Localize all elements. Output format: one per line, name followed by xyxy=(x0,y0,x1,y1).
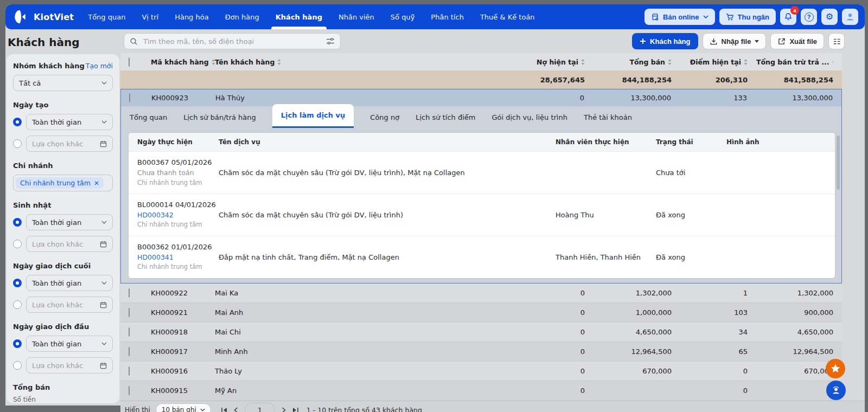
radio-selected[interactable] xyxy=(13,339,22,348)
customer-row[interactable]: KH000917 Minh Anh 0 12,964,500 65 12,964… xyxy=(120,342,842,362)
detail-tab[interactable]: Lịch sử bán/trả hàng xyxy=(183,106,256,128)
brand[interactable]: KiotViet xyxy=(14,9,74,24)
radio-unselected[interactable] xyxy=(13,300,22,309)
column-header[interactable]: Nợ hiện tại xyxy=(512,58,585,66)
profile-button[interactable] xyxy=(842,9,858,25)
row-checkbox[interactable] xyxy=(129,308,130,317)
nav-item[interactable]: Hàng hóa xyxy=(175,4,209,29)
column-header[interactable]: Mã khách hàng xyxy=(151,58,215,66)
service-name: Đắp mặt nạ tinh chất, Trang điểm, Mặt nạ… xyxy=(219,253,556,261)
prev-page-button[interactable] xyxy=(234,407,238,412)
radio-selected[interactable] xyxy=(13,218,22,227)
sort-icon[interactable] xyxy=(744,59,748,65)
time-range-select[interactable]: Toàn thời gian xyxy=(26,214,113,230)
page-size-select[interactable]: 10 bản ghi xyxy=(156,403,211,412)
radio-unselected[interactable] xyxy=(13,240,22,248)
nav-item[interactable]: Tổng quan xyxy=(88,4,125,29)
column-header[interactable]: Tổng bán xyxy=(593,58,672,66)
detail-tab[interactable]: Thẻ tài khoản xyxy=(584,106,632,128)
column-header[interactable]: Điểm hiện tại xyxy=(680,58,748,66)
nav-item[interactable]: Khách hàng xyxy=(276,4,322,29)
nav-item[interactable]: Sổ quỹ xyxy=(391,4,415,29)
radio-unselected[interactable] xyxy=(13,361,22,370)
detail-tab[interactable]: Lịch sử tích điểm xyxy=(416,106,475,128)
customer-row[interactable]: KH000915 Mỹ An 0 0 xyxy=(120,381,842,401)
row-checkbox[interactable] xyxy=(129,327,130,337)
service-doc-ref[interactable]: HD000342 xyxy=(137,210,219,221)
row-checkbox[interactable] xyxy=(129,347,130,356)
select-all-checkbox[interactable] xyxy=(129,57,130,67)
customer-row[interactable]: KH000918 Mai Chi 0 4,650,000 34 4,650,00… xyxy=(120,323,842,342)
selected-customer-row[interactable]: KH000923 Hà Thủy 0 13,300,000 133 13,300… xyxy=(121,89,841,106)
notifications-button[interactable]: 4 xyxy=(780,9,796,25)
time-range-select[interactable]: Toàn thời gian xyxy=(26,114,113,130)
sort-icon[interactable] xyxy=(277,59,281,65)
customer-net: 4,650,000 xyxy=(756,328,842,336)
radio-selected[interactable] xyxy=(13,279,22,287)
nav-item[interactable]: Nhân viên xyxy=(339,4,374,29)
detail-tab[interactable]: Công nợ xyxy=(370,106,399,128)
custom-date-input[interactable]: Lựa chọn khác xyxy=(26,297,113,313)
sort-icon[interactable] xyxy=(581,59,585,65)
custom-date-input[interactable]: Lựa chọn khác xyxy=(26,236,113,252)
custom-date-input[interactable]: Lựa chọn khác xyxy=(26,136,113,152)
column-header[interactable]: Tên khách hàng xyxy=(215,58,281,66)
page-number-input[interactable] xyxy=(245,403,275,412)
service-row[interactable]: B000362 01/01/2026 HD000341 Chi nhánh tr… xyxy=(129,236,835,278)
pagination-bar: Hiển thị 10 bản ghi xyxy=(120,401,865,412)
time-range-select[interactable]: Toàn thời gian xyxy=(26,275,113,291)
service-status: Đã xong xyxy=(656,211,726,219)
service-doc-ref[interactable]: HD000341 xyxy=(137,253,219,263)
support-fab-button[interactable] xyxy=(826,381,846,400)
detail-tab[interactable]: Gói dịch vụ, liệu trình xyxy=(492,106,567,128)
row-checkbox[interactable] xyxy=(129,366,130,376)
column-settings-button[interactable] xyxy=(828,33,845,49)
branch-chip[interactable]: Chi nhánh trung tâm ✕ xyxy=(16,177,104,189)
radio-unselected[interactable] xyxy=(13,139,22,148)
sort-icon[interactable] xyxy=(668,59,672,65)
customer-row[interactable]: KH000916 Thảo Ly 0 670,000 0 670,000 xyxy=(120,362,842,381)
row-checkbox[interactable] xyxy=(129,288,130,298)
thu-ngan-button[interactable]: Thu ngân xyxy=(719,9,776,25)
customer-group-select[interactable]: Tất cả xyxy=(13,75,113,91)
nav-item[interactable]: Vị trí xyxy=(142,4,158,29)
detail-tab[interactable]: Lịch làm dịch vụ xyxy=(272,104,354,128)
cart-icon xyxy=(726,13,734,21)
settings-button[interactable]: ⚙ xyxy=(821,9,838,25)
last-page-button[interactable] xyxy=(292,407,299,412)
customer-name: Thảo Ly xyxy=(208,367,512,375)
next-page-button[interactable] xyxy=(282,407,286,412)
service-doc-ref[interactable]: Chưa thanh toán xyxy=(137,168,219,178)
row-checkbox[interactable] xyxy=(129,93,130,102)
customer-row[interactable]: KH000921 Mai Anh 0 1,000,000 103 900,000 xyxy=(120,303,842,323)
ban-online-button[interactable]: Bán online xyxy=(644,9,714,25)
service-row[interactable]: B000367 05/01/2026 Chưa thanh toán Chi n… xyxy=(129,151,835,194)
time-range-select[interactable]: Toàn thời gian xyxy=(26,336,113,352)
service-row[interactable]: BL000014 04/01/2026 HD000342 Chi nhánh t… xyxy=(129,194,835,236)
rewards-fab-button[interactable] xyxy=(826,359,845,378)
nav-item[interactable]: Thuế & Kế toán xyxy=(480,4,535,29)
nav-item[interactable]: Đơn hàng xyxy=(225,4,259,29)
customer-row[interactable]: KH000922 Mai Ka 0 1,302,000 1 1,302,000 xyxy=(120,284,842,303)
search-input[interactable] xyxy=(142,37,322,46)
detail-tab[interactable]: Tổng quan xyxy=(130,106,167,128)
nav-items: Tổng quanVị tríHàng hóaĐơn hàngKhách hàn… xyxy=(88,4,534,29)
filter-group: Ngày tạo Toàn thời gian xyxy=(13,101,113,152)
radio-selected[interactable] xyxy=(13,118,22,126)
custom-date-input[interactable]: Lựa chọn khác xyxy=(26,357,113,374)
filter-sliders-icon[interactable] xyxy=(326,37,335,45)
add-customer-button[interactable]: Khách hàng xyxy=(632,33,698,49)
create-group-link[interactable]: Tạo mới xyxy=(86,62,113,70)
import-file-button[interactable]: Nhập file xyxy=(703,33,767,49)
export-file-button[interactable]: Xuất file xyxy=(770,33,824,49)
help-button[interactable]: ? xyxy=(801,9,817,25)
branch-select[interactable]: Chi nhánh trung tâm ✕ xyxy=(13,175,113,191)
remove-chip-icon[interactable]: ✕ xyxy=(94,179,99,187)
first-page-button[interactable] xyxy=(221,407,227,412)
column-header[interactable]: Tổng bán trừ trả ... xyxy=(756,58,833,66)
service-status: Chưa tới xyxy=(656,169,726,177)
sort-icon[interactable] xyxy=(832,59,833,65)
row-checkbox[interactable] xyxy=(129,386,130,395)
nav-item[interactable]: Phân tích xyxy=(431,4,464,29)
detail-scrollbar[interactable] xyxy=(837,136,840,190)
